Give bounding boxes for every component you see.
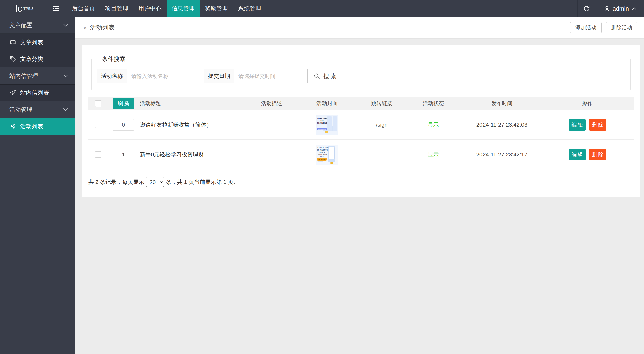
sidebar-item-label: 文章列表 — [20, 39, 43, 46]
search-panel: 条件搜索 活动名称 提交日期 搜索 — [91, 55, 631, 90]
add-activity-button[interactable]: 添加活动 — [570, 22, 602, 33]
select-all-checkbox[interactable] — [95, 100, 101, 107]
activity-name-label: 活动名称 — [97, 69, 127, 83]
username: admin — [613, 5, 629, 12]
search-icon — [314, 73, 320, 79]
breadcrumb: » 活动列表 — [83, 23, 115, 32]
sidebar-item-label: 活动列表 — [20, 123, 43, 130]
logo-text: lc — [15, 3, 22, 14]
page-size-select[interactable]: 20 — [146, 177, 164, 187]
activity-cover-image: RECRUITMENT OF TALENTS FROM ALL WALKS OF… — [316, 145, 338, 165]
activity-title: 新手0元轻松学习投资理财 — [138, 151, 249, 158]
refresh-button[interactable] — [577, 0, 596, 17]
search-panel-legend: 条件搜索 — [100, 55, 128, 63]
activity-link: -- — [360, 151, 404, 158]
cover-button-label: Get Started — [317, 128, 327, 130]
topbar-right: admin — [577, 0, 644, 17]
nav-item-info-management[interactable]: 信息管理 — [167, 0, 200, 17]
logo[interactable]: lc TP5.3 — [0, 0, 49, 17]
header-cover: 活动封面 — [294, 100, 360, 107]
edit-button[interactable]: 编辑 — [569, 119, 586, 131]
table-refresh-button[interactable]: 刷新 — [113, 98, 134, 109]
sort-order-input[interactable] — [113, 119, 134, 131]
cover-button-label: Get Started — [317, 158, 327, 161]
page-actions: 添加活动 删除活动 — [570, 22, 637, 33]
hamburger-icon — [52, 6, 59, 11]
sidebar-item-article-category[interactable]: 文章分类 — [0, 51, 75, 67]
activity-table: 刷新 活动标题 活动描述 活动封面 跳转链接 活动状态 发布时间 操作 邀请好友… — [88, 97, 634, 169]
table-row: 新手0元轻松学习投资理财 -- RECRUITMENT OF TA — [88, 139, 634, 169]
breadcrumb-marker-icon: » — [83, 24, 87, 31]
row-checkbox[interactable] — [95, 122, 101, 128]
page-header: » 活动列表 添加活动 删除活动 — [75, 17, 644, 39]
nav-item-rewards[interactable]: 奖励管理 — [200, 0, 233, 17]
sidebar-collapse-button[interactable] — [49, 0, 62, 17]
header-actions: 操作 — [541, 100, 634, 107]
table-header-row: 刷新 活动标题 活动描述 活动封面 跳转链接 活动状态 发布时间 操作 — [88, 97, 634, 110]
activity-description: -- — [249, 122, 294, 128]
header-status: 活动状态 — [404, 100, 463, 107]
topbar-spacer — [266, 0, 577, 17]
user-menu[interactable]: admin — [596, 0, 644, 17]
header-link: 跳转链接 — [360, 100, 404, 107]
activity-title: 邀请好友拉新赚收益（简体） — [138, 121, 249, 129]
sidebar-section-label: 活动管理 — [9, 106, 32, 114]
sidebar-section-messages[interactable]: 站内信管理 — [0, 67, 75, 84]
row-checkbox[interactable] — [95, 151, 101, 158]
submit-date-input[interactable] — [234, 69, 300, 83]
header-description: 活动描述 — [249, 100, 294, 107]
page-title: 活动列表 — [90, 23, 115, 32]
sidebar-item-label: 文章分类 — [20, 55, 43, 63]
delete-activity-button[interactable]: 删除活动 — [606, 22, 637, 33]
publish-time: 2024-11-27 23:42:03 — [463, 122, 541, 128]
sidebar-item-activity-list[interactable]: 活动列表 — [0, 118, 75, 135]
sidebar-item-article-list[interactable]: 文章列表 — [0, 34, 75, 51]
logo-version-badge: TP5.3 — [23, 6, 33, 11]
header-publish-time: 发布时间 — [463, 100, 541, 107]
submit-date-group: 提交日期 — [204, 69, 300, 83]
user-icon — [603, 5, 610, 12]
table-row: 邀请好友拉新赚收益（简体） -- INVESTMENT AND FINANCIN… — [88, 110, 634, 139]
sidebar-item-label: 站内信列表 — [20, 89, 49, 97]
sidebar-section-label: 站内信管理 — [9, 72, 38, 80]
activity-name-group: 活动名称 — [97, 69, 193, 83]
activity-cover-image: INVESTMENT AND FINANCING Get Started — [316, 115, 338, 135]
header-title: 活动标题 — [138, 100, 249, 107]
activity-description: -- — [249, 151, 294, 158]
activity-list-card: 条件搜索 活动名称 提交日期 搜索 — [82, 45, 640, 197]
sidebar-section-label: 文章配置 — [9, 21, 32, 29]
chevron-down-icon — [63, 108, 68, 111]
sidebar-item-message-list[interactable]: 站内信列表 — [0, 84, 75, 101]
submit-date-label: 提交日期 — [204, 69, 234, 83]
paper-plane-icon — [9, 89, 16, 96]
book-icon — [9, 39, 16, 46]
delete-button[interactable]: 删除 — [589, 149, 606, 160]
activity-name-input[interactable] — [127, 69, 193, 83]
sidebar-section-activities[interactable]: 活动管理 — [0, 101, 75, 118]
sort-order-input[interactable] — [113, 149, 134, 160]
sidebar: 文章配置 文章列表 文章分类 站内信管理 — [0, 17, 75, 354]
pagination-summary-suffix: 条，共 1 页当前显示第 1 页。 — [166, 178, 239, 186]
sidebar-section-article-config[interactable]: 文章配置 — [0, 17, 75, 34]
search-button[interactable]: 搜索 — [307, 69, 344, 83]
tag-icon — [9, 55, 16, 62]
refresh-icon — [583, 5, 590, 12]
nav-item-system[interactable]: 系统管理 — [233, 0, 266, 17]
chevron-down-icon — [63, 23, 68, 27]
top-navigation: 后台首页 项目管理 用户中心 信息管理 奖励管理 系统管理 — [67, 0, 266, 17]
chevron-down-icon — [63, 74, 68, 78]
activity-link: /sign — [360, 122, 404, 128]
delete-button[interactable]: 删除 — [589, 119, 606, 131]
main-content: » 活动列表 添加活动 删除活动 条件搜索 活动名称 提交日期 — [75, 17, 644, 354]
nav-item-projects[interactable]: 项目管理 — [100, 0, 133, 17]
nav-item-user-center[interactable]: 用户中心 — [133, 0, 167, 17]
pagination-summary-prefix: 共 2 条记录，每页显示 — [88, 178, 144, 186]
nav-item-dashboard[interactable]: 后台首页 — [67, 0, 100, 17]
pagination: 共 2 条记录，每页显示 20 条，共 1 页当前显示第 1 页。 — [88, 177, 634, 187]
edit-button[interactable]: 编辑 — [569, 149, 586, 160]
cover-caption: INVESTMENT AND FINANCING — [317, 117, 328, 124]
publish-time: 2024-11-27 23:42:17 — [463, 151, 541, 158]
activity-status: 显示 — [404, 151, 463, 158]
activity-status: 显示 — [404, 121, 463, 129]
top-bar: lc TP5.3 后台首页 项目管理 用户中心 信息管理 奖励管理 系统管理 — [0, 0, 644, 17]
